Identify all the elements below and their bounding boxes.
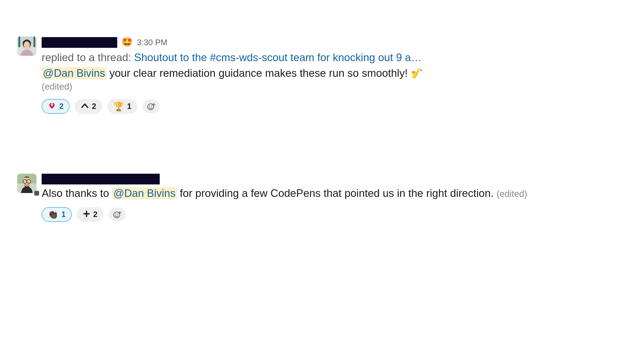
svg-point-17 <box>115 214 116 215</box>
svg-point-18 <box>118 214 118 215</box>
svg-rect-6 <box>52 104 52 106</box>
reaction-heart-plus[interactable]: 2 <box>42 99 70 114</box>
trophy-icon: 🏆 <box>113 102 124 111</box>
message-body: 🤩 3:30 PM replied to a thread: Shoutout … <box>42 36 627 114</box>
message-2: Also thanks to @Dan Bivins for providing… <box>17 174 627 222</box>
mention[interactable]: @Dan Bivins <box>42 67 106 79</box>
chevron-up-icon <box>81 102 89 111</box>
svg-point-8 <box>149 105 150 107</box>
svg-rect-2 <box>18 36 20 47</box>
edited-label: (edited) <box>42 81 627 93</box>
presence-indicator-icon <box>34 191 39 196</box>
add-reaction-button[interactable] <box>108 208 126 221</box>
author-name-redacted[interactable] <box>42 174 160 184</box>
reaction-plus[interactable]: 2 <box>77 207 104 222</box>
reactions-bar: 2 2 🏆 1 <box>42 99 627 114</box>
add-reaction-button[interactable] <box>142 99 160 113</box>
reaction-count: 2 <box>59 101 64 112</box>
message-text-part: your clear remediation guidance makes th… <box>106 67 411 79</box>
reaction-count: 2 <box>92 101 96 112</box>
svg-point-4 <box>24 41 30 49</box>
heart-plus-icon <box>48 101 56 111</box>
reactions-bar: 👏🏿 1 2 <box>42 207 627 222</box>
message-header: 🤩 3:30 PM <box>42 36 627 49</box>
message-text: @Dan Bivins your clear remediation guida… <box>42 66 627 81</box>
reaction-trophy[interactable]: 🏆 1 <box>107 99 138 114</box>
message-body: Also thanks to @Dan Bivins for providing… <box>42 174 627 222</box>
clap-icon: 👏🏿 <box>48 210 58 219</box>
avatar[interactable] <box>17 174 36 193</box>
reaction-count: 2 <box>93 209 98 220</box>
message-text-part: for providing a few CodePens that pointe… <box>177 187 497 199</box>
thread-link[interactable]: Shoutout to the #cms-wds-scout team for … <box>134 51 422 63</box>
message-text: Also thanks to @Dan Bivins for providing… <box>42 186 557 201</box>
reaction-count: 1 <box>127 101 132 112</box>
svg-point-9 <box>151 105 152 107</box>
reply-prefix: replied to a thread: <box>42 51 134 63</box>
status-emoji-icon: 🤩 <box>122 36 133 48</box>
reaction-count: 1 <box>62 209 66 220</box>
message-header <box>42 174 627 184</box>
edited-label: (edited) <box>497 189 527 199</box>
plus-icon <box>83 210 90 219</box>
svg-rect-3 <box>34 36 35 47</box>
reaction-clap[interactable]: 👏🏿 1 <box>42 207 72 222</box>
author-name-redacted[interactable] <box>42 37 117 48</box>
message-1: 🤩 3:30 PM replied to a thread: Shoutout … <box>17 36 627 114</box>
message-text-part: Also thanks to <box>42 187 112 199</box>
mention[interactable]: @Dan Bivins <box>112 187 177 199</box>
add-reaction-icon <box>113 210 122 219</box>
avatar[interactable] <box>17 36 36 56</box>
thread-reply-line: replied to a thread: Shoutout to the #cm… <box>42 50 627 65</box>
add-reaction-icon <box>147 102 156 111</box>
reaction-up-chevron[interactable]: 2 <box>75 99 102 114</box>
saxophone-icon: 🎷 <box>411 68 423 79</box>
timestamp[interactable]: 3:30 PM <box>137 37 168 48</box>
